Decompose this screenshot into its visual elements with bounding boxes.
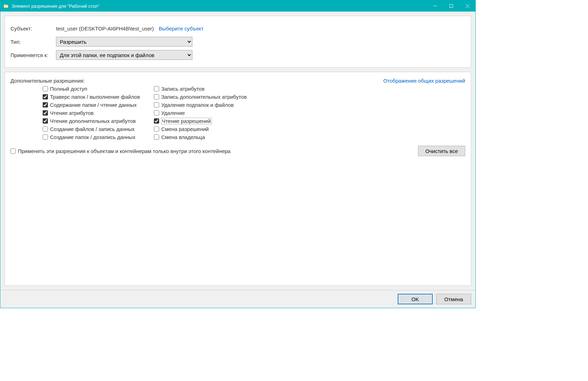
subject-value: test_user (DESKTOP-AI6PH4B\test_user) bbox=[56, 26, 154, 32]
permission-label: Создание файлов / запись данных bbox=[50, 126, 135, 132]
permission-input[interactable] bbox=[154, 102, 159, 108]
permission-label: Чтение разрешений bbox=[161, 118, 212, 124]
permission-input[interactable] bbox=[154, 86, 159, 91]
cancel-button[interactable]: Отмена bbox=[436, 294, 471, 304]
permissions-column-2: Запись атрибутовЗапись дополнительных ат… bbox=[154, 86, 247, 140]
applies-to-select[interactable]: Для этой папки, ее подпапок и файлов bbox=[56, 50, 192, 60]
permission-label: Содержание папки / чтение данных bbox=[50, 102, 137, 108]
permission-checkbox[interactable]: Создание папок / дозапись данных bbox=[43, 134, 140, 140]
permission-label: Чтение атрибутов bbox=[50, 110, 94, 116]
permission-label: Запись атрибутов bbox=[161, 86, 205, 92]
permission-checkbox[interactable]: Содержание папки / чтение данных bbox=[43, 102, 140, 108]
window: Элемент разрешения для "Рабочий стол" Су… bbox=[0, 0, 476, 308]
permission-input[interactable] bbox=[154, 118, 159, 124]
permission-input[interactable] bbox=[43, 118, 48, 124]
permission-input[interactable] bbox=[154, 126, 159, 132]
permission-input[interactable] bbox=[43, 102, 48, 108]
clear-all-button[interactable]: Очистить все bbox=[418, 146, 465, 156]
subject-label: Субъект: bbox=[10, 26, 56, 32]
permission-label: Траверс папок / выполнение файлов bbox=[50, 94, 140, 100]
folder-icon bbox=[3, 3, 9, 9]
permission-checkbox[interactable]: Запись атрибутов bbox=[154, 86, 247, 92]
svg-rect-1 bbox=[450, 5, 453, 8]
permission-input[interactable] bbox=[43, 110, 48, 116]
permissions-panel: Дополнительные разрешения: Отображение о… bbox=[5, 72, 471, 286]
permission-label: Удаление подпапок и файлов bbox=[161, 102, 234, 108]
permission-input[interactable] bbox=[43, 126, 48, 132]
permission-input[interactable] bbox=[43, 134, 48, 140]
permission-checkbox[interactable]: Чтение дополнительных атрибутов bbox=[43, 118, 140, 124]
principal-panel: Субъект: test_user (DESKTOP-AI6PH4B\test… bbox=[5, 16, 471, 68]
ok-button[interactable]: OK bbox=[398, 294, 433, 304]
window-controls bbox=[427, 0, 475, 12]
permission-checkbox[interactable]: Смена владельца bbox=[154, 134, 247, 140]
titlebar[interactable]: Элемент разрешения для "Рабочий стол" bbox=[0, 0, 475, 12]
permission-input[interactable] bbox=[154, 94, 159, 99]
permission-label: Удаление bbox=[161, 110, 185, 116]
permission-label: Полный доступ bbox=[50, 86, 87, 92]
permission-checkbox[interactable]: Полный доступ bbox=[43, 86, 140, 92]
permission-input[interactable] bbox=[154, 110, 159, 116]
permission-checkbox[interactable]: Траверс папок / выполнение файлов bbox=[43, 94, 140, 100]
permission-checkbox[interactable]: Чтение атрибутов bbox=[43, 110, 140, 116]
show-basic-permissions-link[interactable]: Отображение общих разрешений bbox=[383, 78, 465, 84]
permission-checkbox[interactable]: Чтение разрешений bbox=[154, 118, 247, 124]
window-title: Элемент разрешения для "Рабочий стол" bbox=[12, 4, 427, 9]
applies-to-label: Применяется к: bbox=[10, 52, 56, 58]
permission-label: Смена разрешений bbox=[161, 126, 209, 132]
apply-within-container-checkbox[interactable]: Применять эти разрешения к объектам и ко… bbox=[10, 148, 231, 154]
type-select[interactable]: Разрешить bbox=[56, 37, 192, 47]
minimize-button[interactable] bbox=[427, 0, 443, 12]
select-subject-link[interactable]: Выберите субъект bbox=[159, 26, 204, 32]
permission-input[interactable] bbox=[43, 94, 48, 99]
apply-within-container-label: Применять эти разрешения к объектам и ко… bbox=[18, 148, 231, 154]
type-label: Тип: bbox=[10, 39, 56, 45]
permissions-column-1: Полный доступТраверс папок / выполнение … bbox=[43, 86, 140, 140]
permission-label: Чтение дополнительных атрибутов bbox=[50, 118, 136, 124]
client-area: Субъект: test_user (DESKTOP-AI6PH4B\test… bbox=[0, 12, 475, 290]
apply-within-container-input[interactable] bbox=[10, 148, 16, 154]
permission-checkbox[interactable]: Запись дополнительных атрибутов bbox=[154, 94, 247, 100]
permissions-grid: Полный доступТраверс папок / выполнение … bbox=[10, 86, 465, 140]
maximize-button[interactable] bbox=[443, 0, 459, 12]
dialog-footer: OK Отмена bbox=[0, 290, 475, 308]
permission-checkbox[interactable]: Смена разрешений bbox=[154, 126, 247, 132]
permission-label: Создание папок / дозапись данных bbox=[50, 134, 135, 140]
permission-checkbox[interactable]: Удаление bbox=[154, 110, 247, 116]
permission-checkbox[interactable]: Создание файлов / запись данных bbox=[43, 126, 140, 132]
permission-label: Смена владельца bbox=[161, 134, 205, 140]
permission-checkbox[interactable]: Удаление подпапок и файлов bbox=[154, 102, 247, 108]
permission-input[interactable] bbox=[43, 86, 48, 91]
advanced-permissions-label: Дополнительные разрешения: bbox=[10, 78, 85, 84]
close-button[interactable] bbox=[459, 0, 475, 12]
permission-label: Запись дополнительных атрибутов bbox=[161, 94, 247, 100]
permission-input[interactable] bbox=[154, 134, 159, 140]
